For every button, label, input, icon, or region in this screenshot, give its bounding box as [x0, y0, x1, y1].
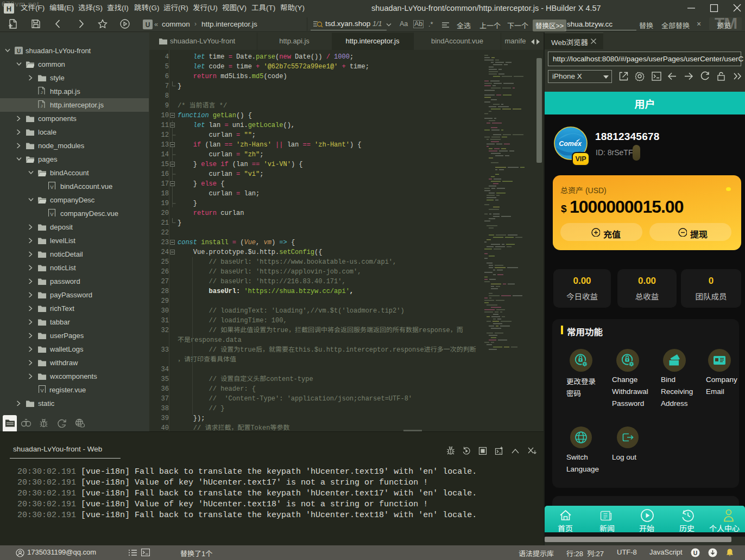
svg-text:V: V [40, 387, 43, 393]
svg-text:J: J [41, 104, 43, 108]
svg-text:Comex: Comex [559, 140, 582, 148]
svg-text:V: V [50, 211, 53, 217]
svg-text:V: V [50, 184, 53, 189]
svg-text:U: U [146, 21, 150, 29]
svg-text:U: U [17, 48, 21, 54]
svg-text:U: U [693, 550, 698, 556]
svg-text:J: J [41, 90, 43, 94]
